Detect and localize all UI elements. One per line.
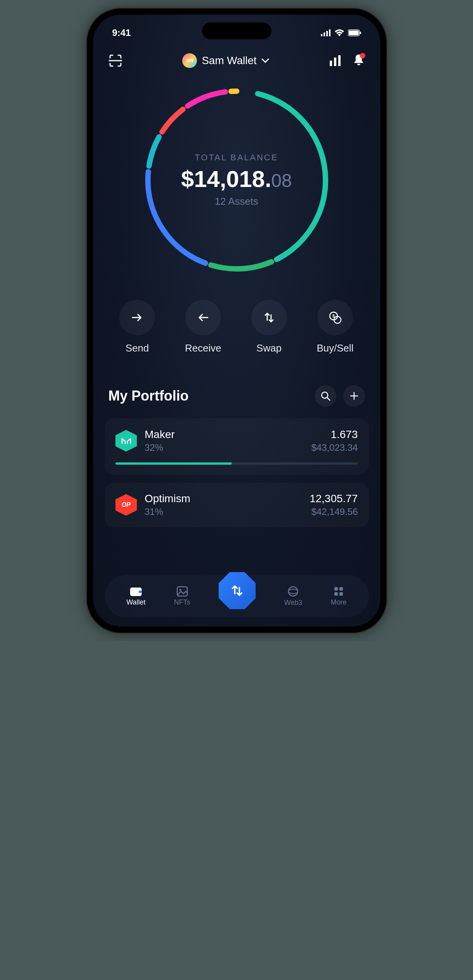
optimism-icon: OP <box>115 494 137 516</box>
svg-rect-22 <box>139 591 142 593</box>
swap-center-icon <box>229 583 245 598</box>
grid-icon <box>333 586 344 597</box>
svg-point-25 <box>288 587 298 596</box>
maker-icon <box>115 430 137 452</box>
phone-frame: 9:41 SW Sam Wallet <box>86 8 387 634</box>
svg-rect-1 <box>324 32 325 36</box>
assets-count: 12 Assets <box>181 195 292 207</box>
nav-more[interactable]: More <box>331 586 347 606</box>
bottom-nav: Wallet NFTs Web3 More <box>105 575 369 617</box>
arrow-left-icon <box>197 313 209 322</box>
buysell-button[interactable]: $ Buy/Sell <box>317 300 353 354</box>
dynamic-island <box>202 22 271 39</box>
balance-amount: $14,018.08 <box>181 166 292 192</box>
add-button[interactable] <box>343 385 365 407</box>
asset-list: Maker 32% 1.673 $43,023.34 OP Optimi <box>93 414 380 531</box>
status-icons <box>321 29 361 36</box>
action-row: Send Receive Swap $ Buy/Sell <box>93 280 380 366</box>
wallet-selector[interactable]: SW Sam Wallet <box>182 53 269 68</box>
balance-label: TOTAL BALANCE <box>181 153 292 163</box>
svg-rect-28 <box>334 592 338 596</box>
search-icon <box>320 391 331 401</box>
nav-center-swap[interactable] <box>219 572 256 609</box>
asset-amount: 1.673 <box>311 428 358 441</box>
portfolio-title: My Portfolio <box>109 388 189 404</box>
coin-icon: $ <box>329 311 342 324</box>
plus-icon <box>349 391 359 401</box>
asset-usd: $42,149.56 <box>310 506 358 517</box>
asset-name: Maker <box>145 428 304 441</box>
app-header: SW Sam Wallet <box>93 42 380 76</box>
nav-wallet[interactable]: Wallet <box>126 586 145 606</box>
arrow-right-icon <box>131 313 143 322</box>
asset-card[interactable]: Maker 32% 1.673 $43,023.34 <box>105 418 369 475</box>
asset-pct: 32% <box>145 442 304 453</box>
asset-amount: 12,305.77 <box>310 493 358 505</box>
svg-rect-9 <box>338 55 341 66</box>
status-time: 9:41 <box>112 27 131 38</box>
globe-icon <box>287 586 299 597</box>
battery-icon <box>348 29 361 36</box>
swap-icon <box>263 312 275 323</box>
swap-button[interactable]: Swap <box>251 300 287 354</box>
svg-rect-5 <box>349 31 359 35</box>
svg-rect-6 <box>360 32 361 34</box>
svg-rect-29 <box>339 592 343 596</box>
wallet-icon <box>129 586 142 597</box>
balance-center: TOTAL BALANCE $14,018.08 12 Assets <box>181 153 292 207</box>
svg-rect-26 <box>334 587 338 591</box>
portfolio-header: My Portfolio <box>93 366 380 414</box>
screen: 9:41 SW Sam Wallet <box>93 15 380 627</box>
asset-usd: $43,023.34 <box>311 442 358 453</box>
wallet-avatar: SW <box>182 53 197 68</box>
svg-rect-27 <box>339 587 343 591</box>
send-button[interactable]: Send <box>119 300 155 354</box>
svg-rect-3 <box>329 29 331 36</box>
asset-pct: 31% <box>145 506 302 517</box>
nav-nfts[interactable]: NFTs <box>174 586 190 606</box>
wallet-name: Sam Wallet <box>202 54 256 67</box>
svg-rect-8 <box>334 58 336 66</box>
chart-icon[interactable] <box>329 55 341 66</box>
chevron-down-icon <box>261 58 269 63</box>
notifications-button[interactable] <box>353 54 364 68</box>
signal-icon <box>321 29 331 36</box>
receive-button[interactable]: Receive <box>185 300 221 354</box>
asset-name: Optimism <box>145 493 302 505</box>
nav-web3[interactable]: Web3 <box>284 586 302 607</box>
svg-rect-0 <box>321 34 322 36</box>
svg-rect-7 <box>330 61 332 66</box>
asset-card[interactable]: OP Optimism 31% 12,305.77 $42,149.56 <box>105 482 369 527</box>
image-icon <box>176 586 188 597</box>
search-button[interactable] <box>315 385 336 407</box>
svg-rect-2 <box>326 31 328 36</box>
asset-progress <box>115 462 358 465</box>
balance-donut: TOTAL BALANCE $14,018.08 12 Assets <box>93 76 380 280</box>
wifi-icon <box>335 29 344 36</box>
scan-icon[interactable] <box>109 54 122 68</box>
svg-point-24 <box>179 589 181 591</box>
